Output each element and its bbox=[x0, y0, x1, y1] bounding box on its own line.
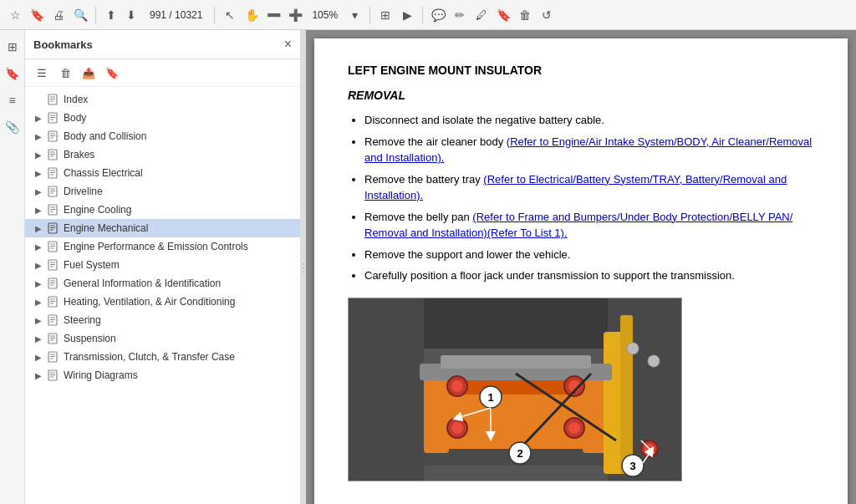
section-title: REMOVAL bbox=[348, 89, 814, 102]
highlight-icon[interactable]: 🖊 bbox=[473, 7, 490, 23]
svg-rect-76 bbox=[441, 355, 591, 369]
bookmarks-panel-icon[interactable]: 🔖 bbox=[3, 64, 23, 84]
fit-page-icon[interactable]: ⊞ bbox=[377, 7, 394, 23]
sidebar-item-transmission[interactable]: ▶ Transmission, Clutch, & Transfer Case bbox=[25, 348, 300, 366]
sidebar-item-label: Body bbox=[64, 112, 293, 124]
list-item: Disconnect and isolate the negative batt… bbox=[364, 112, 814, 129]
main-area: ⊞ 🔖 ≡ 📎 Bookmarks × ☰ 🗑 📤 🔖 Index bbox=[0, 30, 856, 504]
sidebar-item-hvac[interactable]: ▶ Heating, Ventilation, & Air Conditioni… bbox=[25, 293, 300, 311]
step-text: Remove the belly pan bbox=[364, 211, 472, 223]
svg-point-78 bbox=[451, 380, 463, 392]
chevron-right-icon: ▶ bbox=[32, 258, 45, 272]
sidebar-item-label: Body and Collision bbox=[64, 130, 293, 142]
bookmark-list-icon[interactable]: ☰ bbox=[33, 64, 50, 81]
bookmark-file-icon bbox=[45, 130, 60, 143]
sidebar-item-label: Brakes bbox=[64, 149, 293, 160]
sidebar-item-label: Engine Mechanical bbox=[64, 222, 293, 234]
sidebar-item-fuel-system[interactable]: ▶ Fuel System bbox=[25, 256, 300, 274]
attachments-icon[interactable]: 📎 bbox=[3, 117, 23, 137]
sidebar-item-wiring[interactable]: ▶ Wiring Diagrams bbox=[25, 366, 300, 384]
zoom-dropdown-icon[interactable]: ▾ bbox=[346, 7, 363, 23]
chevron-placeholder bbox=[32, 93, 45, 106]
sidebar-item-brakes[interactable]: ▶ Brakes bbox=[25, 145, 300, 164]
page-info: 991 / 10321 bbox=[145, 9, 207, 21]
svg-point-84 bbox=[568, 422, 580, 434]
search-icon[interactable]: 🔍 bbox=[72, 7, 89, 23]
svg-rect-71 bbox=[424, 378, 449, 453]
list-item: Remove the battery tray (Refer to Electr… bbox=[364, 171, 814, 204]
nav-controls: ⬆ ⬇ bbox=[103, 7, 140, 23]
sidebar-item-general-info[interactable]: ▶ General Information & Identification bbox=[25, 274, 300, 293]
sidebar-item-driveline[interactable]: ▶ Driveline bbox=[25, 182, 300, 201]
hand-tool-icon[interactable]: ✋ bbox=[243, 7, 260, 23]
sidebar-item-engine-performance[interactable]: ▶ Engine Performance & Emission Controls bbox=[25, 237, 300, 256]
bookmark-file-icon bbox=[45, 369, 60, 382]
bookmark-icon[interactable]: 🔖 bbox=[28, 7, 45, 23]
page-thumbnail-icon[interactable]: ⊞ bbox=[3, 37, 23, 57]
comment-icon[interactable]: 💬 bbox=[430, 7, 446, 23]
bookmark-file-icon bbox=[45, 93, 60, 106]
sidebar-item-label: Transmission, Clutch, & Transfer Case bbox=[64, 351, 293, 363]
bookmark-file-icon bbox=[45, 148, 60, 161]
bookmark-export-icon[interactable]: 📤 bbox=[80, 64, 97, 81]
zoom-level[interactable]: 105% bbox=[308, 9, 341, 21]
svg-rect-67 bbox=[349, 298, 424, 481]
cursor-tool-icon[interactable]: ↖ bbox=[222, 7, 238, 23]
chevron-right-icon: ▶ bbox=[32, 130, 45, 143]
sidebar-item-engine-cooling[interactable]: ▶ Engine Cooling bbox=[25, 201, 300, 219]
sidebar-item-suspension[interactable]: ▶ Suspension bbox=[25, 329, 300, 348]
sidebar-header: Bookmarks × bbox=[25, 30, 300, 59]
print-icon[interactable]: 🖨 bbox=[50, 7, 67, 23]
sidebar-item-steering[interactable]: ▶ Steering bbox=[25, 311, 300, 329]
step-text: Remove the air cleaner body bbox=[364, 135, 507, 148]
svg-text:2: 2 bbox=[517, 447, 522, 460]
sidebar-toolbar: ☰ 🗑 📤 🔖 bbox=[25, 59, 300, 87]
sidebar-item-chassis-electrical[interactable]: ▶ Chassis Electrical bbox=[25, 164, 300, 182]
navigate-down-icon[interactable]: ⬇ bbox=[123, 7, 140, 23]
bookmark-file-icon bbox=[45, 295, 60, 308]
list-item: Remove the air cleaner body (Refer to En… bbox=[364, 134, 814, 166]
separator-4 bbox=[422, 7, 423, 23]
bookmark-delete-icon[interactable]: 🗑 bbox=[57, 64, 74, 81]
layers-icon[interactable]: ≡ bbox=[3, 90, 23, 110]
toolbar: ☆ 🔖 🖨 🔍 ⬆ ⬇ 991 / 10321 ↖ ✋ ➖ ➕ 105% ▾ ⊞… bbox=[0, 0, 856, 30]
bookmark-file-icon bbox=[45, 203, 60, 216]
bookmark-expand-icon[interactable]: 🔖 bbox=[104, 64, 120, 81]
presentation-icon[interactable]: ▶ bbox=[399, 7, 415, 23]
step-text: Carefully position a floor jack under tr… bbox=[364, 269, 735, 282]
chevron-right-icon: ▶ bbox=[32, 185, 45, 198]
svg-point-82 bbox=[451, 422, 463, 434]
svg-point-89 bbox=[627, 343, 639, 354]
sidebar-item-label: Wiring Diagrams bbox=[64, 369, 293, 381]
sidebar-item-index[interactable]: Index bbox=[25, 90, 300, 109]
sidebar-item-body[interactable]: ▶ Body bbox=[25, 109, 300, 127]
bookmark-file-icon bbox=[45, 111, 60, 125]
chevron-right-icon: ▶ bbox=[32, 148, 45, 161]
bookmark-file-icon bbox=[45, 332, 60, 345]
chevron-right-icon: ▶ bbox=[32, 313, 45, 327]
rotate-icon[interactable]: ↺ bbox=[538, 7, 555, 23]
bookmark-file-icon bbox=[45, 166, 60, 180]
sidebar-item-label: Engine Cooling bbox=[64, 204, 293, 216]
bookmark-file-icon bbox=[45, 313, 60, 327]
chevron-right-icon: ▶ bbox=[32, 221, 45, 235]
zoom-in-icon[interactable]: ➕ bbox=[287, 7, 303, 23]
stamp-icon[interactable]: 🔖 bbox=[495, 7, 512, 23]
sidebar-item-body-collision[interactable]: ▶ Body and Collision bbox=[25, 127, 300, 145]
draw-icon[interactable]: ✏ bbox=[451, 7, 468, 23]
svg-text:3: 3 bbox=[629, 460, 635, 472]
zoom-out-icon[interactable]: ➖ bbox=[265, 7, 282, 23]
chevron-right-icon: ▶ bbox=[32, 240, 45, 253]
navigate-up-icon[interactable]: ⬆ bbox=[103, 7, 120, 23]
bookmarks-sidebar: Bookmarks × ☰ 🗑 📤 🔖 Index ▶ bbox=[25, 30, 301, 504]
sidebar-item-engine-mechanical[interactable]: ▶ Engine Mechanical bbox=[25, 219, 300, 237]
star-icon[interactable]: ☆ bbox=[7, 7, 23, 23]
delete-icon[interactable]: 🗑 bbox=[517, 7, 533, 23]
chevron-right-icon: ▶ bbox=[32, 295, 45, 308]
chevron-right-icon: ▶ bbox=[32, 332, 45, 345]
sidebar-close-button[interactable]: × bbox=[284, 37, 292, 52]
bookmark-file-icon bbox=[45, 258, 60, 272]
sidebar-item-label: General Information & Identification bbox=[64, 277, 293, 289]
sidebar-item-label: Steering bbox=[64, 314, 293, 326]
sidebar-title: Bookmarks bbox=[33, 38, 93, 51]
